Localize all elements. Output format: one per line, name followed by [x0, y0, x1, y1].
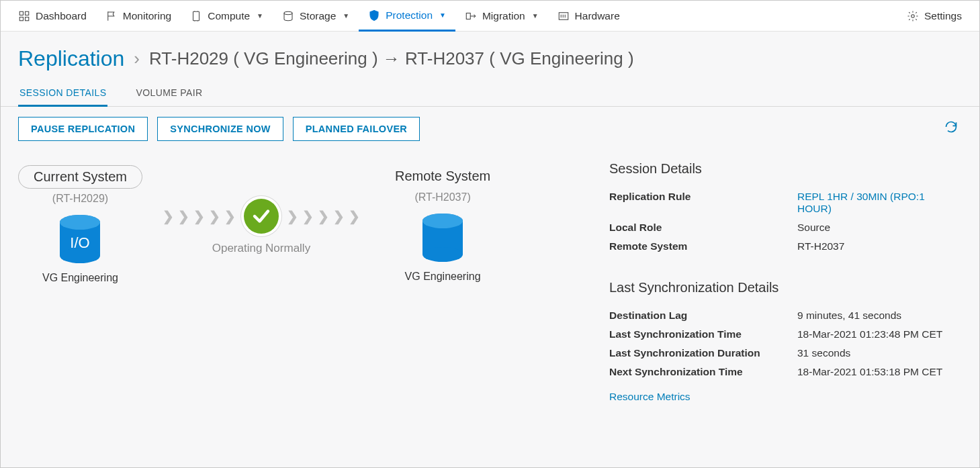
pause-replication-button[interactable]: PAUSE REPLICATION [18, 117, 148, 141]
last-sync-duration-value: 31 seconds [797, 347, 850, 359]
chevron-right-icon: › [134, 48, 140, 69]
svg-rect-4 [193, 11, 199, 21]
last-sync-time-label: Last Synchronization Time [609, 328, 797, 340]
svg-rect-6 [466, 13, 470, 19]
chevron-icon: ❯ [224, 208, 236, 224]
destination-lag-row: Destination Lag 9 minutes, 41 seconds [609, 306, 962, 325]
next-sync-time-value: 18-Mar-2021 01:53:18 PM CET [797, 366, 942, 378]
destination-lag-label: Destination Lag [609, 310, 797, 322]
remote-system-value: RT-H2037 [797, 240, 844, 252]
nav-monitoring[interactable]: Monitoring [96, 1, 181, 32]
svg-rect-2 [19, 17, 23, 20]
svg-point-8 [911, 14, 915, 17]
nav-monitoring-label: Monitoring [123, 10, 171, 22]
status-ok-icon [244, 199, 279, 234]
last-sync-duration-label: Last Synchronization Duration [609, 347, 797, 359]
remote-system-vg: VG Engineering [405, 271, 481, 283]
planned-failover-button[interactable]: PLANNED FAILOVER [293, 117, 420, 141]
nav-compute[interactable]: Compute ▼ [181, 1, 273, 32]
caret-down-icon: ▼ [439, 11, 446, 19]
replication-rule-value[interactable]: REPL 1HR / 30MIN (RPO:1 HOUR) [797, 191, 959, 215]
flag-icon [105, 10, 118, 22]
migration-icon [465, 10, 477, 22]
tab-volume-pair[interactable]: VOLUME PAIR [134, 81, 204, 106]
last-sync-title: Last Synchronization Details [609, 280, 962, 295]
gear-icon [907, 10, 919, 22]
svg-rect-1 [26, 11, 29, 15]
last-sync-time-value: 18-Mar-2021 01:23:48 PM CET [797, 328, 942, 340]
storage-icon [282, 10, 294, 22]
next-sync-time-row: Next Synchronization Time 18-Mar-2021 01… [609, 363, 962, 381]
caret-down-icon: ▼ [343, 12, 349, 19]
top-nav: Dashboard Monitoring Compute ▼ Storage ▼… [1, 1, 979, 32]
breadcrumb: Replication › RT-H2029 ( VG Engineering … [1, 32, 979, 81]
chevron-icon: ❯ [318, 208, 329, 224]
chevron-icon: ❯ [193, 208, 205, 224]
nav-compute-label: Compute [208, 10, 250, 22]
svg-rect-0 [19, 11, 23, 15]
remote-system-title: Remote System [380, 165, 505, 187]
resource-metrics-link[interactable]: Resource Metrics [609, 391, 691, 403]
remote-system-label: Remote System [609, 240, 797, 252]
cylinder-icon [420, 213, 465, 265]
nav-migration[interactable]: Migration ▼ [455, 1, 548, 32]
breadcrumb-root[interactable]: Replication [18, 46, 124, 71]
nav-hardware-label: Hardware [575, 10, 620, 22]
nav-settings-label: Settings [924, 10, 962, 22]
breadcrumb-path: RT-H2029 ( VG Engineering ) → RT-H2037 (… [149, 48, 634, 69]
remote-system-row: Remote System RT-H2037 [609, 237, 962, 256]
local-role-label: Local Role [609, 222, 797, 234]
chevron-icon: ❯ [287, 208, 298, 224]
chevron-icon: ❯ [302, 208, 314, 224]
nav-protection-label: Protection [386, 9, 433, 21]
shield-icon [368, 9, 380, 21]
current-system: Current System (RT-H2029) I/O VG Enginee… [18, 165, 142, 284]
svg-rect-7 [559, 12, 568, 19]
caret-down-icon: ▼ [257, 12, 263, 19]
dashboard-icon [18, 10, 30, 22]
replication-flow: Current System (RT-H2029) I/O VG Enginee… [18, 161, 589, 403]
current-system-id: (RT-H2029) [18, 193, 142, 205]
nav-storage[interactable]: Storage ▼ [273, 1, 359, 32]
cylinder-icon: I/O [58, 214, 102, 267]
nav-storage-label: Storage [300, 10, 336, 22]
hardware-icon [558, 10, 570, 22]
session-details-title: Session Details [609, 161, 962, 177]
current-system-vg: VG Engineering [42, 272, 118, 284]
replication-rule-label: Replication Rule [609, 191, 797, 215]
last-sync-duration-row: Last Synchronization Duration 31 seconds [609, 344, 962, 363]
compute-icon [190, 10, 202, 22]
status-text: Operating Normally [212, 242, 310, 255]
remote-system: Remote System (RT-H2037) VG Engineering [380, 165, 505, 283]
tab-session-details[interactable]: SESSION DETAILS [18, 81, 107, 107]
current-system-title: Current System [18, 165, 142, 189]
details-panel: Session Details Replication Rule REPL 1H… [609, 161, 962, 403]
caret-down-icon: ▼ [532, 12, 539, 19]
svg-rect-3 [26, 17, 29, 20]
local-role-value: Source [797, 222, 830, 234]
chevron-icon: ❯ [333, 208, 345, 224]
svg-point-12 [60, 215, 100, 230]
nav-hardware[interactable]: Hardware [548, 1, 629, 32]
chevron-icon: ❯ [349, 208, 360, 224]
chevron-icon: ❯ [178, 208, 189, 224]
svg-point-17 [422, 214, 463, 228]
nav-dashboard-label: Dashboard [36, 10, 87, 22]
svg-point-16 [422, 247, 463, 262]
nav-dashboard[interactable]: Dashboard [9, 1, 96, 32]
chevron-icon: ❯ [163, 208, 174, 224]
nav-protection[interactable]: Protection ▼ [359, 1, 455, 32]
next-sync-time-label: Next Synchronization Time [609, 366, 797, 378]
content: Current System (RT-H2029) I/O VG Enginee… [1, 148, 979, 416]
last-sync-time-row: Last Synchronization Time 18-Mar-2021 01… [609, 325, 962, 344]
sub-tabs: SESSION DETAILS VOLUME PAIR [1, 81, 979, 107]
chevron-icon: ❯ [209, 208, 220, 224]
refresh-icon[interactable] [940, 116, 962, 141]
remote-system-id: (RT-H2037) [380, 191, 505, 203]
synchronize-now-button[interactable]: SYNCHRONIZE NOW [157, 117, 283, 141]
replication-rule-row: Replication Rule REPL 1HR / 30MIN (RPO:1… [609, 187, 962, 218]
local-role-row: Local Role Source [609, 218, 962, 237]
destination-lag-value: 9 minutes, 41 seconds [797, 310, 901, 322]
nav-settings[interactable]: Settings [897, 1, 971, 32]
svg-point-5 [284, 11, 292, 15]
